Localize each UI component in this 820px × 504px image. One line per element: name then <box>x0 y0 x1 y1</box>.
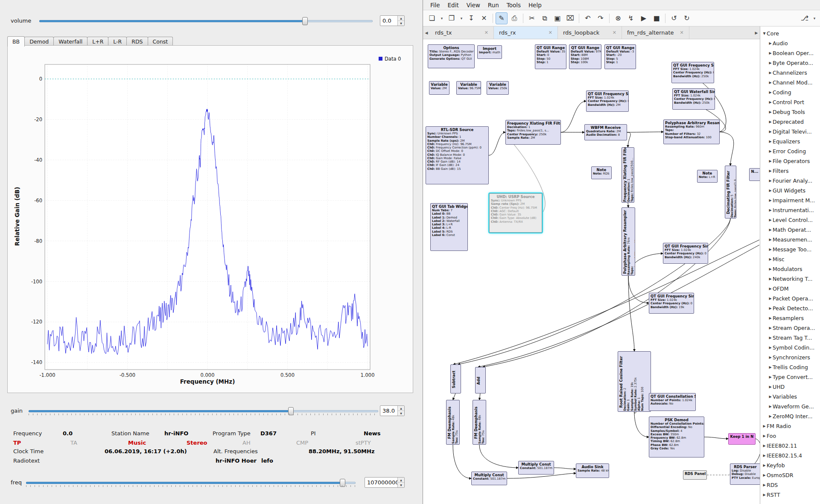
block-decimating-fir-filter[interactable]: Decimating FIR FilterDecimation: 5Taps: … <box>725 166 736 218</box>
output-port[interactable] <box>729 218 732 218</box>
edit-properties-icon[interactable]: ✎ <box>496 12 508 24</box>
input-port[interactable] <box>683 473 683 477</box>
block-qt-gui-frequency-sink[interactable]: QT GUI Frequency SinkFFT Size: 1.024kCen… <box>671 62 714 83</box>
output-port[interactable] <box>633 411 636 412</box>
library-category-file-operators[interactable]: ▶File Operators <box>760 156 820 166</box>
block-variable[interactable]: VariableValue: 250k <box>487 81 509 95</box>
input-port[interactable] <box>451 400 455 400</box>
gain-down-arrow[interactable]: ▼ <box>398 411 404 416</box>
volume-spinbox[interactable]: 0.0 ▲▼ <box>380 15 405 26</box>
freq-down-arrow[interactable]: ▼ <box>398 483 404 487</box>
tree-collapsed-icon[interactable]: ▶ <box>768 414 773 418</box>
tree-collapsed-icon[interactable]: ▶ <box>768 297 773 300</box>
library-category-symbol-codin-[interactable]: ▶Symbol Codin... <box>760 343 820 353</box>
block-frequency-xlating-fir-filter[interactable]: Frequency Xlating FIR FilterDecimation: … <box>505 120 561 145</box>
library-category-control-port[interactable]: ▶Control Port <box>760 97 820 107</box>
menu-help[interactable]: Help <box>525 1 546 9</box>
copy-icon[interactable]: ⧉ <box>539 12 551 24</box>
library-category-stream-opera-[interactable]: ▶Stream Opera... <box>760 323 820 333</box>
library-category-ieee802-11[interactable]: ▶IEEE802.11 <box>760 441 820 451</box>
execute-icon[interactable]: ▶ <box>638 12 650 24</box>
output-port[interactable] <box>542 211 542 215</box>
input-port[interactable] <box>730 472 730 476</box>
block-uhd-usrp-source[interactable]: UHD: USRP SourceSync: Unknown PPSSamp ra… <box>489 193 542 233</box>
tab-close-icon[interactable]: ✕ <box>484 30 488 35</box>
tree-collapsed-icon[interactable]: ▶ <box>768 120 773 124</box>
tree-collapsed-icon[interactable]: ▶ <box>768 149 773 153</box>
input-port[interactable] <box>584 131 585 134</box>
block-keep-1-in-n[interactable]: Keep 1 in N <box>728 433 756 445</box>
block-n-[interactable]: N... <box>749 168 760 181</box>
library-category-channel-mod-[interactable]: ▶Channel Mod... <box>760 78 820 87</box>
library-category-resamplers[interactable]: ▶Resamplers <box>760 313 820 323</box>
toolbar-dropdown-icon[interactable]: ▾ <box>811 12 817 24</box>
block-qt-gui-frequency-sink[interactable]: QT GUI Frequency SinkFFT Size: 1.024kCen… <box>663 243 708 264</box>
tree-collapsed-icon[interactable]: ▶ <box>768 179 773 183</box>
block-qt-gui-waterfall-sink[interactable]: QT GUI Waterfall SinkFFT Size: 1.024kCen… <box>672 88 715 110</box>
input-port[interactable] <box>471 477 472 480</box>
input-port[interactable] <box>477 367 480 367</box>
paste-icon[interactable]: ▣ <box>552 12 563 24</box>
input-port[interactable] <box>663 252 663 255</box>
close-file-icon[interactable]: ✕ <box>478 12 490 24</box>
tab-scroll-right-icon[interactable]: ▶ <box>753 26 760 39</box>
tree-collapsed-icon[interactable]: ▶ <box>768 267 773 271</box>
library-category-osmosdr[interactable]: ▶OsmoSDR <box>760 470 820 480</box>
block-qt-gui-range[interactable]: QT GUI RangeDefault Value: -3Start: -20S… <box>604 44 636 69</box>
library-category-math-operat-[interactable]: ▶Math Operat... <box>760 225 820 235</box>
output-port[interactable] <box>560 131 561 134</box>
library-category-waveform-ge-[interactable]: ▶Waveform Ge... <box>760 402 820 411</box>
tree-collapsed-icon[interactable]: ▶ <box>768 375 773 379</box>
library-category-filters[interactable]: ▶Filters <box>760 166 820 176</box>
input-port[interactable] <box>649 302 649 305</box>
tree-collapsed-icon[interactable]: ▶ <box>768 110 773 114</box>
flowgraph-tab-rds_loopback[interactable]: rds_loopback✕ <box>558 26 622 39</box>
block-qt-gui-frequency-sink[interactable]: QT GUI Frequency SinkFFT Size: 1.024kCen… <box>649 293 694 314</box>
block-qt-gui-frequency-sink[interactable]: QT GUI Frequency SinkFFT Size: 1.024kCen… <box>586 90 629 112</box>
library-category-error-coding[interactable]: ▶Error Coding <box>760 146 820 156</box>
input-port[interactable] <box>586 99 587 103</box>
input-port[interactable] <box>663 130 664 134</box>
open-hierarchy-icon[interactable]: ⎇ <box>799 12 811 24</box>
reload-icon[interactable]: ↺ <box>668 12 680 24</box>
tree-collapsed-icon[interactable]: ▶ <box>768 306 773 310</box>
gain-slider[interactable] <box>29 407 378 415</box>
display-tab-bb[interactable]: BB <box>7 36 25 47</box>
library-category-foo[interactable]: ▶Foo <box>760 431 820 441</box>
input-port[interactable] <box>481 367 484 367</box>
tree-collapsed-icon[interactable]: ▶ <box>768 130 773 134</box>
tree-collapsed-icon[interactable]: ▶ <box>768 189 773 192</box>
block-note[interactable]: NoteNote: RDS <box>591 166 612 179</box>
block-audio-sink[interactable]: Audio SinkSample Rate: 48 kHz <box>576 463 609 478</box>
tree-collapsed-icon[interactable]: ▶ <box>768 90 773 94</box>
block-fm-deemphasis[interactable]: FM DeemphasisSample Rate: 48kTau: 75u <box>446 400 460 445</box>
library-category-equalizers[interactable]: ▶Equalizers <box>760 137 820 146</box>
menu-tools[interactable]: Tools <box>503 1 525 9</box>
tree-collapsed-icon[interactable]: ▶ <box>762 454 767 457</box>
block-qt-gui-tab-widget[interactable]: QT GUI Tab WidgetNum Tabs: 7Label 0: BBL… <box>430 203 468 251</box>
freq-up-arrow[interactable]: ▲ <box>398 478 404 483</box>
volume-slider-handle[interactable] <box>302 17 308 25</box>
block-root-raised-cosine-filter[interactable]: Root Raised Cosine FilterDecimation: 2Ga… <box>618 351 651 412</box>
library-category-boolean-oper-[interactable]: ▶Boolean Oper... <box>760 48 820 58</box>
menu-edit[interactable]: Edit <box>444 1 463 9</box>
tree-collapsed-icon[interactable]: ▶ <box>768 405 773 408</box>
library-category-fourier-analy-[interactable]: ▶Fourier Analy... <box>760 176 820 186</box>
block-psk-demod[interactable]: PSK DemodNumber of Constellation Points:… <box>649 417 704 457</box>
tree-collapsed-icon[interactable]: ▶ <box>768 346 773 350</box>
volume-slider[interactable] <box>39 17 373 25</box>
library-category-fm-radio[interactable]: ▶FM Radio <box>760 421 820 431</box>
library-category-zeromq-inter-[interactable]: ▶ZeroMQ Inter... <box>760 411 820 421</box>
input-port[interactable] <box>649 435 649 439</box>
tree-expanded-icon[interactable]: ▼ <box>762 32 767 35</box>
volume-up-arrow[interactable]: ▲ <box>398 16 404 21</box>
print-icon[interactable]: ⎙ <box>508 12 520 24</box>
output-port[interactable] <box>626 202 630 203</box>
new-file-icon[interactable]: ❏ <box>426 12 438 24</box>
tree-collapsed-icon[interactable]: ▶ <box>768 316 773 320</box>
block-add[interactable]: Add <box>475 367 486 393</box>
tree-collapsed-icon[interactable]: ▶ <box>762 493 767 497</box>
block-polyphase-arbitrary-resampler[interactable]: Polyphase Arbitrary ResamplerResampling … <box>663 119 720 144</box>
cut-icon[interactable]: ✂ <box>526 12 538 24</box>
output-port[interactable] <box>454 393 458 393</box>
